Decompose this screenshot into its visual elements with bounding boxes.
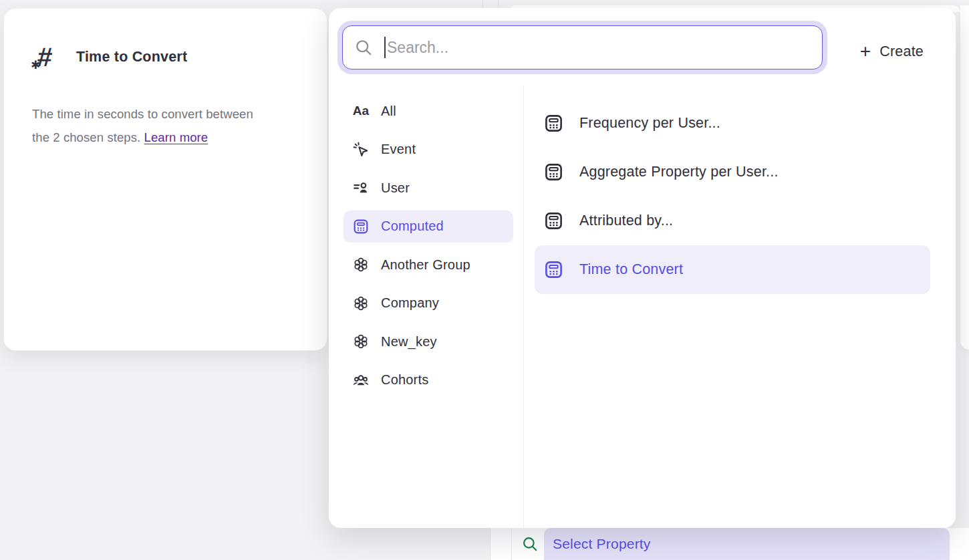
group-cluster-icon [352, 295, 370, 312]
category-label: User [381, 180, 410, 196]
user-list-icon [352, 179, 370, 196]
result-list: Frequency per User... Aggregate Property… [535, 99, 930, 294]
calculator-icon [543, 259, 564, 280]
learn-more-link[interactable]: Learn more [144, 130, 209, 144]
search-box[interactable] [342, 25, 823, 69]
select-property-label: Select Property [553, 536, 651, 552]
category-label: Another Group [381, 257, 470, 273]
group-cluster-icon [352, 333, 370, 350]
category-another-group[interactable]: Another Group [343, 249, 513, 281]
calculator-icon [543, 113, 564, 134]
result-time-to-convert[interactable]: Time to Convert [535, 245, 930, 294]
cohort-people-icon [352, 372, 370, 389]
group-cluster-icon [352, 256, 370, 273]
text-format-icon: Aa [352, 102, 370, 120]
property-tooltip-card: #✱ Time to Convert The time in seconds t… [3, 8, 327, 351]
category-new-key[interactable]: New_key [343, 325, 513, 358]
category-label: New_key [381, 334, 437, 349]
result-frequency-per-user[interactable]: Frequency per User... [535, 99, 930, 148]
create-button-label: Create [879, 43, 924, 60]
property-picker-dropdown: + Create Aa All Event [329, 8, 956, 528]
computed-number-icon: #✱ [31, 41, 63, 73]
result-label: Time to Convert [579, 261, 683, 278]
category-label: Computed [381, 219, 444, 234]
result-label: Frequency per User... [579, 115, 720, 132]
search-input[interactable] [386, 26, 822, 69]
category-label: Company [381, 295, 439, 311]
tooltip-title: Time to Convert [76, 49, 187, 65]
result-attributed-by[interactable]: Attributed by... [535, 196, 930, 245]
search-icon [354, 38, 373, 57]
category-user[interactable]: User [343, 172, 513, 204]
result-aggregate-property-per-user[interactable]: Aggregate Property per User... [535, 148, 930, 196]
create-button[interactable]: + Create [860, 37, 924, 66]
tooltip-description: The time in seconds to convert between t… [32, 102, 299, 149]
plus-icon: + [860, 42, 871, 61]
category-all[interactable]: Aa All [343, 95, 513, 127]
cursor-click-icon [352, 141, 370, 158]
category-label: Cohorts [381, 372, 428, 388]
category-label: Event [381, 142, 416, 157]
calculator-icon [352, 218, 370, 235]
category-list: Aa All Event [343, 95, 513, 402]
calculator-icon [543, 162, 564, 182]
result-label: Attributed by... [579, 213, 673, 229]
background-card-edge [960, 5, 969, 349]
select-property-pill[interactable]: Select Property [544, 528, 950, 560]
select-property-control[interactable]: Select Property [521, 528, 950, 560]
calculator-icon [543, 211, 564, 231]
search-icon [521, 535, 539, 553]
category-company[interactable]: Company [343, 287, 513, 319]
result-label: Aggregate Property per User... [579, 164, 779, 180]
category-computed[interactable]: Computed [343, 211, 513, 243]
category-label: All [381, 104, 396, 119]
background-divider [511, 528, 512, 560]
panel-divider [523, 86, 524, 528]
category-event[interactable]: Event [343, 134, 513, 166]
category-cohorts[interactable]: Cohorts [343, 364, 513, 396]
